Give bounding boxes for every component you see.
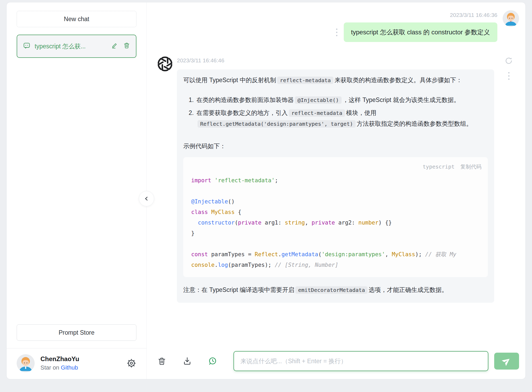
user-message-bubble: typescript 怎么获取 class 的 constructor 参数定义 [344, 22, 497, 42]
code-block: typescript 复制代码 import 'reflect-metadata… [183, 157, 488, 277]
chevron-left-icon [143, 195, 150, 202]
vertical-dots-icon[interactable] [508, 72, 510, 80]
example-label: 示例代码如下： [183, 141, 488, 151]
user-message-body: 2023/3/11 16:46:36 typescript 怎么获取 class… [336, 10, 497, 42]
vertical-dots-icon[interactable] [336, 29, 337, 36]
code-language-label: typescript [423, 161, 455, 172]
chat-bubble-icon [23, 42, 30, 51]
trash-icon[interactable] [123, 42, 130, 50]
sidebar-collapse-button[interactable] [139, 191, 154, 206]
gear-icon[interactable] [126, 358, 136, 368]
user-name: ChenZhaoYu [40, 355, 121, 363]
sidebar-bottom: Prompt Store [7, 324, 146, 348]
assistant-message-body: 2023/3/11 16:46:46 可以使用 TypeScript 中的反射机… [177, 56, 494, 303]
code-block-header: typescript 复制代码 [183, 157, 488, 172]
user-avatar [17, 354, 35, 372]
user-info: ChenZhaoYu Star on Github [40, 355, 121, 371]
star-on-text: Star on [40, 364, 61, 371]
sidebar-item-conversation[interactable]: typescript 怎么获... [17, 35, 136, 58]
user-message: 2023/3/11 16:46:36 typescript 怎么获取 class… [157, 10, 519, 42]
sidebar-spacer [7, 58, 146, 324]
send-button[interactable] [494, 353, 519, 370]
assistant-message-timestamp: 2023/3/11 16:46:46 [177, 57, 494, 64]
assistant-message: 2023/3/11 16:46:46 可以使用 TypeScript 中的反射机… [157, 56, 519, 303]
assistant-step: 在类的构造函数参数前面添加装饰器@Injectable()，这样 TypeScr… [195, 95, 488, 105]
user-subtitle: Star on Github [40, 364, 121, 371]
chat-main: 2023/3/11 16:46:36 typescript 怎么获取 class… [147, 2, 525, 379]
message-input[interactable] [233, 351, 488, 371]
paper-plane-icon [502, 356, 511, 366]
user-message-timestamp: 2023/3/11 16:46:36 [450, 12, 497, 18]
assistant-step: 在需要获取参数定义的地方，引入reflect-metadata模块，使用Refl… [195, 108, 488, 129]
conversation-title: typescript 怎么获... [35, 42, 107, 50]
github-link[interactable]: Github [61, 364, 78, 371]
assistant-steps-list: 在类的构造函数参数前面添加装饰器@Injectable()，这样 TypeScr… [183, 95, 488, 129]
chat-messages: 2023/3/11 16:46:36 typescript 怎么获取 class… [147, 2, 525, 345]
assistant-note: 注意：在 TypeScript 编译选项中需要开启emitDecoratorMe… [183, 284, 488, 295]
sidebar-top: New chat typescript 怎么获... [7, 2, 146, 58]
chat-footer [147, 345, 525, 379]
chat-history-icon[interactable] [208, 357, 217, 366]
assistant-message-actions [498, 56, 519, 82]
assistant-message-bubble: 可以使用 TypeScript 中的反射机制reflect-metadata来获… [177, 69, 494, 303]
download-icon[interactable] [183, 357, 192, 366]
chatgpt-logo [157, 56, 173, 72]
user-profile-row: ChenZhaoYu Star on Github [7, 348, 146, 379]
new-chat-button[interactable]: New chat [17, 11, 136, 27]
trash-icon[interactable] [157, 357, 166, 366]
user-avatar [503, 10, 519, 27]
prompt-store-button[interactable]: Prompt Store [17, 324, 136, 341]
refresh-icon[interactable] [504, 56, 513, 65]
conversation-actions [111, 42, 130, 50]
copy-code-button[interactable]: 复制代码 [460, 161, 481, 172]
pencil-icon[interactable] [111, 42, 118, 50]
assistant-intro: 可以使用 TypeScript 中的反射机制reflect-metadata来获… [183, 75, 488, 86]
sidebar: New chat typescript 怎么获... [7, 2, 147, 379]
code-content: import 'reflect-metadata'; @Injectable()… [183, 172, 488, 277]
app-window: New chat typescript 怎么获... [6, 2, 526, 379]
